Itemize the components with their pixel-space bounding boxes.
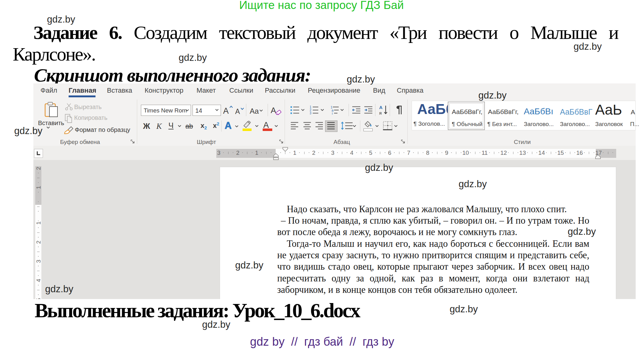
svg-text:3: 3 [310, 112, 311, 115]
svg-text:я: я [379, 110, 382, 116]
svg-text:А: А [379, 105, 383, 110]
svg-text:i: i [332, 112, 333, 115]
